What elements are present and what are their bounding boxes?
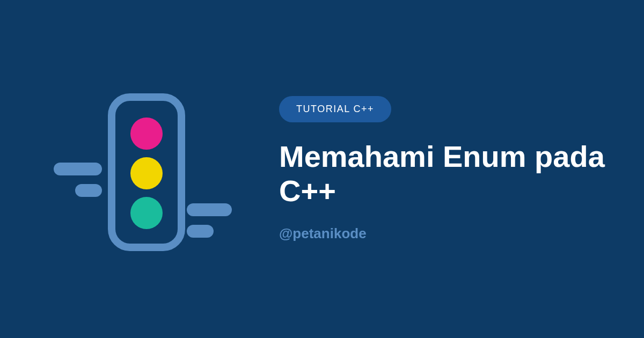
svg-point-6: [130, 157, 163, 189]
author-handle: @petanikode: [279, 225, 612, 242]
svg-rect-2: [187, 203, 232, 216]
banner-container: TUTORIAL C++ Memahami Enum pada C++ @pet…: [0, 56, 644, 282]
svg-rect-0: [54, 163, 102, 175]
svg-rect-1: [75, 184, 102, 197]
svg-point-5: [130, 117, 163, 150]
category-badge: TUTORIAL C++: [279, 96, 391, 122]
svg-point-7: [130, 197, 163, 229]
page-title: Memahami Enum pada C++: [279, 139, 612, 209]
content-section: TUTORIAL C++ Memahami Enum pada C++ @pet…: [258, 96, 612, 243]
traffic-light-illustration: [32, 56, 258, 282]
svg-rect-3: [187, 225, 214, 238]
traffic-light-icon: [43, 67, 247, 271]
